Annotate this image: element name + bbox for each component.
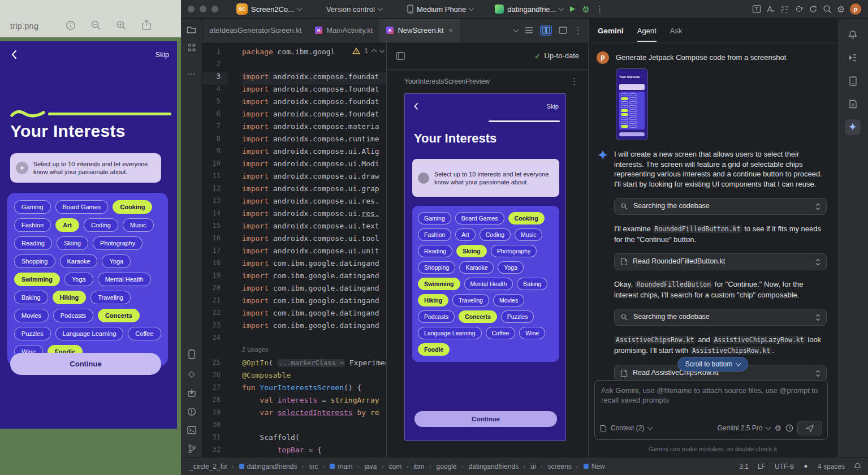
- problems-icon[interactable]: [187, 407, 196, 416]
- tab-agent[interactable]: Agent: [637, 27, 657, 42]
- preview-mode-icon[interactable]: [396, 52, 405, 60]
- chat-input[interactable]: [601, 386, 821, 414]
- breadcrumb-item[interactable]: › _circle_2_fix: [188, 463, 229, 470]
- attachment-thumbnail[interactable]: Your Interests: [616, 68, 648, 140]
- app-insights-icon[interactable]: [845, 96, 861, 112]
- debug-button[interactable]: [581, 5, 590, 14]
- close-tab-icon[interactable]: ×: [448, 26, 453, 34]
- window-close-button[interactable]: [188, 6, 195, 12]
- build-tool-icon[interactable]: [187, 388, 196, 398]
- breadcrumb-separator: ›: [576, 463, 578, 470]
- running-devices-icon[interactable]: [188, 349, 195, 359]
- model-selector[interactable]: Gemini 2.5 Pro: [717, 424, 762, 432]
- terminal-icon[interactable]: [187, 426, 196, 434]
- breadcrumb-item[interactable]: › ibm: [404, 463, 426, 470]
- file-encoding[interactable]: UTF-8: [775, 463, 794, 470]
- code-editor[interactable]: 1234567891011121314151617181920212223242…: [202, 42, 386, 457]
- device-selector[interactable]: Medium Phone: [407, 5, 473, 14]
- breadcrumb-item[interactable]: › ui: [521, 463, 537, 470]
- search-icon[interactable]: [823, 5, 832, 14]
- info-icon[interactable]: [66, 20, 76, 31]
- layout-inspector-icon[interactable]: [752, 5, 761, 14]
- zoom-in-icon[interactable]: [116, 20, 127, 31]
- build-icon[interactable]: [794, 5, 804, 14]
- expand-collapse-icon[interactable]: [815, 314, 821, 321]
- breadcrumb-item[interactable]: › java: [355, 463, 378, 470]
- gemini-diamond-icon[interactable]: ◇: [188, 369, 195, 379]
- expand-collapse-icon[interactable]: [815, 258, 821, 266]
- sync-icon[interactable]: [809, 5, 818, 14]
- breadcrumb-item[interactable]: › datingandfriends: [230, 463, 299, 470]
- run-configuration-selector[interactable]: datingandfrie...: [495, 5, 563, 14]
- scroll-to-bottom-button[interactable]: Scroll to bottom: [677, 357, 748, 372]
- module-icon: [239, 464, 244, 469]
- file-read-icon: [620, 369, 628, 377]
- inspection-widget[interactable]: 1: [352, 47, 384, 55]
- interest-chip: Fashion: [418, 228, 451, 241]
- tab-mainactivity[interactable]: K MainActivity.kt: [308, 19, 379, 42]
- interest-chip: Language Learning: [418, 327, 482, 339]
- breadcrumb-item[interactable]: › main: [321, 463, 354, 470]
- user-avatar[interactable]: p: [850, 3, 861, 15]
- tab-newscreen[interactable]: K NewScreen.kt ×: [379, 19, 460, 42]
- editor-tab-bar: ateIdeasGeneratorScreen.kt K MainActivit…: [202, 19, 588, 42]
- breadcrumb-separator: ›: [322, 463, 325, 470]
- zoom-out-icon[interactable]: [90, 20, 101, 31]
- breadcrumb-separator: ›: [357, 463, 359, 470]
- window-zoom-button[interactable]: [211, 6, 218, 12]
- more-actions-kebab[interactable]: ⋮: [595, 4, 604, 14]
- gemini-icon[interactable]: [845, 119, 861, 135]
- next-warning-icon[interactable]: [379, 48, 385, 53]
- share-icon[interactable]: [141, 19, 152, 31]
- status-notifications-icon[interactable]: [854, 463, 861, 470]
- project-icon: SC: [236, 3, 248, 15]
- breadcrumb-item[interactable]: › New: [575, 463, 607, 470]
- ide-window: SC Screen2Co... Version control Medium P…: [181, 0, 868, 475]
- run-button[interactable]: [568, 5, 576, 13]
- project-selector[interactable]: SC Screen2Co...: [236, 3, 301, 15]
- settings-icon[interactable]: ⚙: [837, 4, 845, 15]
- tab-dateideasgeneratorscreen[interactable]: ateIdeasGeneratorScreen.kt: [202, 19, 308, 42]
- send-button[interactable]: [797, 421, 822, 435]
- notifications-icon[interactable]: [845, 27, 861, 42]
- chevron-down-icon: [766, 425, 771, 430]
- interest-chip: Cooking: [113, 200, 152, 214]
- breadcrumb-item[interactable]: › com: [379, 463, 403, 470]
- design-view-icon[interactable]: [559, 27, 567, 34]
- tool-call-search-1[interactable]: Searching the codebase: [614, 198, 827, 215]
- line-ending[interactable]: LF: [758, 463, 766, 470]
- version-control-menu[interactable]: Version control: [326, 5, 382, 14]
- tab-ask[interactable]: Ask: [670, 27, 683, 42]
- breadcrumb-item[interactable]: › datingandfriends: [460, 463, 521, 470]
- history-icon[interactable]: [785, 424, 793, 432]
- prev-warning-icon[interactable]: [372, 49, 377, 55]
- more-tool-windows-icon[interactable]: ⋯: [187, 69, 196, 79]
- resource-manager-icon[interactable]: [187, 43, 196, 52]
- expand-collapse-icon[interactable]: [815, 370, 821, 377]
- tab-list-chevron-icon[interactable]: [513, 27, 519, 32]
- breadcrumb-item[interactable]: › screens: [539, 463, 573, 470]
- settings-icon[interactable]: ⚙: [774, 424, 781, 433]
- chat-history[interactable]: p Generate Jetpack Compose code from a s…: [589, 42, 837, 380]
- tool-call-read-1[interactable]: Read RoundedFilledButton.kt: [614, 253, 827, 270]
- preview-kebab-icon[interactable]: ⋮: [570, 76, 579, 87]
- running-devices-icon[interactable]: [845, 73, 861, 89]
- task-list-icon[interactable]: [780, 5, 789, 14]
- device-explorer-icon[interactable]: [845, 50, 861, 66]
- breadcrumb-item[interactable]: › src: [300, 463, 319, 470]
- project-tool-icon[interactable]: [187, 25, 196, 34]
- version-control-icon[interactable]: [188, 444, 196, 454]
- split-view-icon[interactable]: [540, 25, 552, 36]
- expand-collapse-icon[interactable]: [815, 203, 821, 210]
- code-view-icon[interactable]: [525, 27, 533, 34]
- context-selector[interactable]: Context (2): [611, 424, 644, 432]
- editor-kebab-icon[interactable]: ⋮: [574, 25, 582, 36]
- breadcrumb-item[interactable]: › google: [427, 463, 458, 470]
- caret-position[interactable]: 3:1: [739, 463, 749, 470]
- ai-status-icon[interactable]: ✦: [803, 463, 809, 470]
- translate-icon[interactable]: [766, 5, 775, 14]
- chat-composer[interactable]: Context (2) Gemini 2.5 Pro ⚙: [594, 380, 828, 440]
- window-minimize-button[interactable]: [200, 6, 206, 12]
- indent-size[interactable]: 4 spaces: [818, 463, 845, 470]
- tool-call-search-2[interactable]: Searching the codebase: [614, 309, 827, 326]
